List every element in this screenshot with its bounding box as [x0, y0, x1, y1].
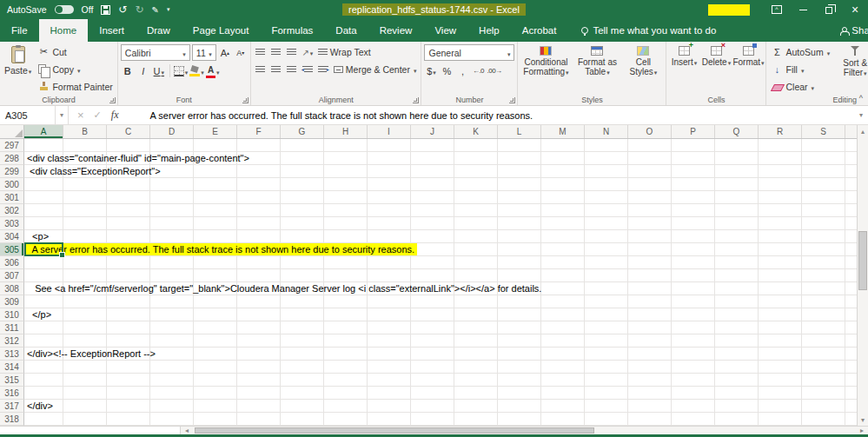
font-dialog-launcher-icon[interactable]	[242, 97, 248, 103]
row-header-298[interactable]: 298	[0, 152, 24, 165]
conditional-formatting-button[interactable]: Conditional Formatting	[520, 44, 571, 94]
column-header-G[interactable]: G	[281, 125, 324, 138]
row-cells-299[interactable]: <div class="ExceptionReport">	[24, 165, 857, 178]
cancel-icon[interactable]	[77, 109, 84, 122]
ribbon-display-options-button[interactable]	[764, 0, 790, 19]
row-header-301[interactable]: 301	[0, 191, 24, 204]
tab-view[interactable]: View	[423, 19, 467, 42]
row-cells-315[interactable]	[24, 374, 857, 387]
row-header-304[interactable]: 304	[0, 230, 24, 243]
column-header-C[interactable]: C	[107, 125, 150, 138]
row-cells-313[interactable]: </div><!-- ExceptionReport -->	[24, 348, 857, 361]
row-cells-317[interactable]: </div>	[24, 400, 857, 413]
underline-button[interactable]: U	[152, 63, 166, 78]
align-middle-button[interactable]	[269, 44, 283, 59]
vertical-scrollbar[interactable]	[857, 125, 868, 426]
row-cells-316[interactable]	[24, 387, 857, 400]
decrease-indent-button[interactable]	[301, 62, 315, 76]
row-cells-304[interactable]: <p>	[24, 230, 857, 243]
collapse-ribbon-icon[interactable]	[859, 94, 863, 103]
column-header-S[interactable]: S	[802, 125, 845, 138]
fill-button[interactable]: Fill	[769, 62, 832, 76]
orientation-button[interactable]	[301, 44, 315, 59]
tab-file[interactable]: File	[0, 19, 39, 42]
merge-center-button[interactable]: Merge & Center	[332, 62, 419, 76]
row-cells-311[interactable]	[24, 321, 857, 334]
save-icon[interactable]	[101, 5, 110, 15]
tab-help[interactable]: Help	[467, 19, 511, 42]
accounting-format-button[interactable]: $	[424, 63, 438, 78]
row-cells-306[interactable]	[24, 256, 857, 269]
row-cells-308[interactable]: See <a href="/cmf/serverlog" target="_bl…	[24, 282, 857, 295]
scroll-down-icon[interactable]	[858, 414, 868, 426]
row-header-317[interactable]: 317	[0, 400, 24, 413]
align-top-button[interactable]	[254, 44, 268, 59]
row-header-302[interactable]: 302	[0, 204, 24, 217]
scroll-left-icon[interactable]	[181, 427, 193, 434]
close-button[interactable]	[842, 0, 868, 19]
row-cells-309[interactable]	[24, 295, 857, 308]
column-header-Q[interactable]: Q	[715, 125, 759, 138]
column-header-D[interactable]: D	[150, 125, 194, 138]
tab-home[interactable]: Home	[39, 19, 89, 42]
row-cells-305[interactable]: A server error has occurred. The full st…	[24, 243, 857, 256]
tab-review[interactable]: Review	[368, 19, 424, 42]
copy-button[interactable]: Copy	[36, 62, 114, 76]
row-cells-303[interactable]	[24, 217, 857, 230]
row-cells-318[interactable]	[24, 413, 857, 426]
tab-formulas[interactable]: Formulas	[260, 19, 324, 42]
row-header-308[interactable]: 308	[0, 282, 24, 295]
tab-data[interactable]: Data	[324, 19, 368, 42]
format-cells-button[interactable]: Format	[733, 44, 763, 94]
row-cells-297[interactable]	[24, 139, 857, 152]
align-left-button[interactable]	[254, 62, 268, 76]
row-cells-298[interactable]: <div class="container-fluid" id="main-pa…	[24, 152, 857, 165]
format-as-table-button[interactable]: Format as Table	[573, 44, 620, 94]
decrease-decimal-button[interactable]	[487, 63, 501, 78]
paste-button[interactable]: Paste	[3, 44, 33, 94]
align-right-button[interactable]	[285, 62, 299, 76]
column-header-F[interactable]: F	[237, 125, 281, 138]
undo-icon[interactable]	[118, 4, 127, 15]
comma-style-button[interactable]: ,	[455, 63, 469, 78]
row-header-315[interactable]: 315	[0, 374, 24, 387]
expand-formula-bar-icon[interactable]	[854, 106, 868, 124]
pen-icon[interactable]	[151, 4, 158, 15]
increase-font-size-button[interactable]	[218, 45, 232, 60]
row-header-297[interactable]: 297	[0, 139, 24, 152]
vertical-scrollbar-thumb[interactable]	[858, 231, 867, 290]
delete-cells-button[interactable]: Delete	[701, 44, 731, 94]
row-header-299[interactable]: 299	[0, 165, 24, 178]
clear-button[interactable]: Clear	[769, 79, 832, 94]
row-header-312[interactable]: 312	[0, 334, 24, 348]
clipboard-dialog-launcher-icon[interactable]	[109, 97, 116, 103]
insert-function-icon[interactable]: fx	[111, 109, 119, 122]
increase-decimal-button[interactable]	[471, 63, 485, 78]
cut-button[interactable]: Cut	[36, 44, 114, 59]
font-color-button[interactable]	[206, 63, 220, 78]
row-header-309[interactable]: 309	[0, 295, 24, 308]
column-header-I[interactable]: I	[368, 125, 411, 138]
minimize-button[interactable]	[790, 0, 816, 19]
column-header-A[interactable]: A	[24, 125, 63, 138]
column-header-E[interactable]: E	[194, 125, 237, 138]
row-header-305[interactable]: 305	[0, 243, 24, 256]
column-header-B[interactable]: B	[63, 125, 107, 138]
formula-input[interactable]: A server error has occurred. The full st…	[127, 106, 854, 124]
row-header-318[interactable]: 318	[0, 413, 24, 426]
column-header-N[interactable]: N	[585, 125, 628, 138]
scroll-up-icon[interactable]	[858, 125, 868, 137]
tab-insert[interactable]: Insert	[88, 19, 136, 42]
tab-acrobat[interactable]: Acrobat	[511, 19, 568, 42]
row-header-313[interactable]: 313	[0, 348, 24, 361]
font-name-select[interactable]: Calibri	[121, 44, 190, 61]
row-header-311[interactable]: 311	[0, 321, 24, 334]
fill-color-button[interactable]	[189, 63, 204, 78]
row-header-300[interactable]: 300	[0, 178, 24, 191]
sort-filter-button[interactable]: Sort & Filter	[834, 44, 868, 94]
tab-page-layout[interactable]: Page Layout	[182, 19, 261, 42]
borders-button[interactable]	[174, 63, 189, 78]
customize-qat-icon[interactable]: ▾	[167, 6, 170, 13]
italic-button[interactable]: I	[136, 63, 150, 78]
autosum-button[interactable]: AutoSum	[769, 44, 832, 59]
